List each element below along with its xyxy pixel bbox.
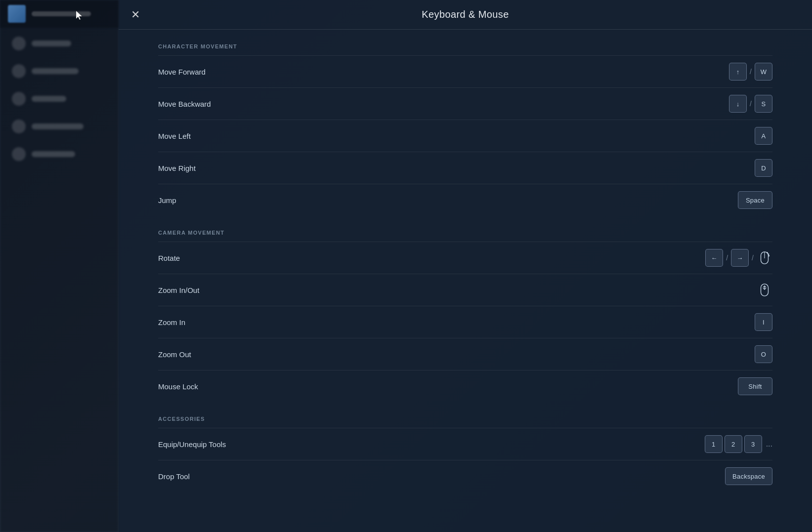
binding-keys-zoom-in: I bbox=[755, 313, 772, 331]
sidebar-item-4 bbox=[0, 113, 119, 140]
key-separator: / bbox=[752, 254, 754, 262]
key-wide-space[interactable]: Space bbox=[738, 191, 772, 209]
section-header-camera-movement: CAMERA MOVEMENT bbox=[158, 216, 772, 242]
svg-point-2 bbox=[767, 252, 768, 253]
sidebar-label-3 bbox=[32, 96, 66, 102]
key-s[interactable]: S bbox=[755, 95, 772, 113]
binding-row-mouse-lock: Mouse LockShift bbox=[158, 370, 772, 402]
key-i[interactable]: I bbox=[755, 313, 772, 331]
section-camera-movement: CAMERA MOVEMENTRotate←/→/ Zoom In/Out Zo… bbox=[158, 216, 772, 402]
ellipsis: ... bbox=[766, 440, 772, 449]
section-character-movement: CHARACTER MOVEMENTMove Forward↑/WMove Ba… bbox=[158, 30, 772, 216]
close-button[interactable]: ✕ bbox=[127, 6, 144, 24]
binding-keys-zoom-inout bbox=[757, 281, 772, 299]
binding-keys-move-forward: ↑/W bbox=[729, 63, 772, 81]
section-header-accessories: ACCESSORIES bbox=[158, 402, 772, 428]
binding-row-zoom-in: Zoom InI bbox=[158, 306, 772, 338]
key-2[interactable]: 2 bbox=[725, 435, 742, 453]
binding-label-zoom-in: Zoom In bbox=[158, 318, 185, 327]
binding-keys-equip-tools: 123... bbox=[705, 435, 772, 453]
key-1[interactable]: 1 bbox=[705, 435, 723, 453]
sidebar-item-1 bbox=[0, 30, 119, 57]
binding-row-zoom-out: Zoom OutO bbox=[158, 338, 772, 370]
binding-label-move-backward: Move Backward bbox=[158, 100, 211, 108]
sidebar-icon-1 bbox=[12, 37, 26, 50]
binding-keys-move-backward: ↓/S bbox=[729, 95, 772, 113]
key-wide-backspace[interactable]: Backspace bbox=[725, 467, 772, 485]
key-w[interactable]: W bbox=[755, 63, 772, 81]
key-3[interactable]: 3 bbox=[744, 435, 762, 453]
modal: ✕ Keyboard & Mouse CHARACTER MOVEMENTMov… bbox=[119, 0, 812, 532]
binding-keys-drop-tool: Backspace bbox=[725, 467, 772, 485]
sidebar-icon-4 bbox=[12, 120, 26, 133]
key-←[interactable]: ← bbox=[705, 249, 723, 267]
binding-row-move-forward: Move Forward↑/W bbox=[158, 55, 772, 87]
binding-row-drop-tool: Drop ToolBackspace bbox=[158, 460, 772, 492]
modal-header: ✕ Keyboard & Mouse bbox=[119, 0, 812, 30]
binding-label-jump: Jump bbox=[158, 196, 176, 205]
key-o[interactable]: O bbox=[755, 345, 772, 363]
modal-title: Keyboard & Mouse bbox=[422, 9, 509, 20]
key-↓[interactable]: ↓ bbox=[729, 95, 747, 113]
binding-label-move-left: Move Left bbox=[158, 132, 191, 140]
mouse-drag-icon bbox=[757, 249, 772, 267]
key-separator: / bbox=[726, 254, 728, 262]
mouse-scroll-icon bbox=[757, 281, 772, 299]
binding-keys-move-left: A bbox=[755, 127, 772, 145]
sidebar-icon-2 bbox=[12, 64, 26, 78]
key-wide-shift[interactable]: Shift bbox=[738, 377, 772, 395]
binding-label-rotate: Rotate bbox=[158, 254, 180, 262]
top-left-bar bbox=[0, 0, 119, 28]
binding-row-move-right: Move RightD bbox=[158, 152, 772, 184]
sidebar-label-1 bbox=[32, 41, 71, 46]
binding-label-zoom-out: Zoom Out bbox=[158, 350, 191, 359]
key-separator: / bbox=[750, 100, 752, 108]
binding-row-zoom-inout: Zoom In/Out bbox=[158, 274, 772, 306]
key-a[interactable]: A bbox=[755, 127, 772, 145]
username-placeholder bbox=[32, 11, 91, 16]
key-↑[interactable]: ↑ bbox=[729, 63, 747, 81]
binding-label-move-forward: Move Forward bbox=[158, 68, 206, 76]
section-header-character-movement: CHARACTER MOVEMENT bbox=[158, 30, 772, 55]
svg-point-4 bbox=[768, 255, 769, 256]
sidebar-item-5 bbox=[0, 140, 119, 168]
sidebar bbox=[0, 0, 119, 532]
key-d[interactable]: D bbox=[755, 159, 772, 177]
binding-label-mouse-lock: Mouse Lock bbox=[158, 382, 198, 391]
binding-keys-move-right: D bbox=[755, 159, 772, 177]
binding-keys-zoom-out: O bbox=[755, 345, 772, 363]
binding-keys-jump: Space bbox=[738, 191, 772, 209]
binding-label-drop-tool: Drop Tool bbox=[158, 472, 190, 481]
sidebar-label-2 bbox=[32, 68, 79, 74]
key-→[interactable]: → bbox=[731, 249, 749, 267]
binding-keys-rotate: ←/→/ bbox=[705, 249, 772, 267]
binding-row-move-left: Move LeftA bbox=[158, 120, 772, 152]
binding-label-equip-tools: Equip/Unequip Tools bbox=[158, 440, 226, 449]
section-accessories: ACCESSORIESEquip/Unequip Tools123...Drop… bbox=[158, 402, 772, 492]
avatar bbox=[8, 5, 26, 23]
sidebar-icon-3 bbox=[12, 92, 26, 106]
sidebar-label-5 bbox=[32, 151, 75, 157]
svg-point-3 bbox=[768, 253, 769, 255]
sidebar-item-3 bbox=[0, 85, 119, 113]
binding-row-move-backward: Move Backward↓/S bbox=[158, 87, 772, 120]
modal-content: CHARACTER MOVEMENTMove Forward↑/WMove Ba… bbox=[119, 30, 812, 532]
binding-row-equip-tools: Equip/Unequip Tools123... bbox=[158, 428, 772, 460]
binding-label-zoom-inout: Zoom In/Out bbox=[158, 286, 199, 294]
sidebar-icon-5 bbox=[12, 147, 26, 161]
sidebar-label-4 bbox=[32, 123, 84, 129]
binding-row-rotate: Rotate←/→/ bbox=[158, 242, 772, 274]
binding-row-jump: JumpSpace bbox=[158, 184, 772, 216]
sidebar-item-2 bbox=[0, 57, 119, 85]
binding-keys-mouse-lock: Shift bbox=[738, 377, 772, 395]
binding-label-move-right: Move Right bbox=[158, 164, 196, 172]
key-separator: / bbox=[750, 68, 752, 76]
